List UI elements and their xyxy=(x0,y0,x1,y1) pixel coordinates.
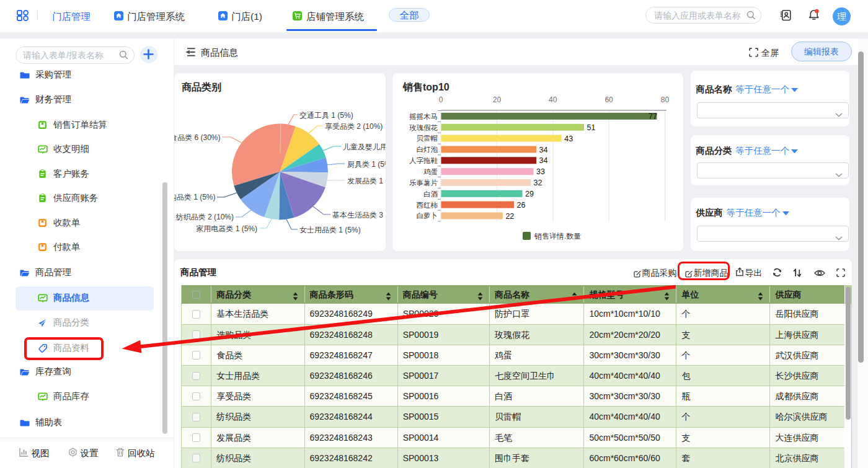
svg-text:女士用品类 1 (5%): 女士用品类 1 (5%) xyxy=(299,226,361,234)
svg-text:乐事薯片: 乐事薯片 xyxy=(409,179,438,187)
svg-text:购品类 1 (5%): 购品类 1 (5%) xyxy=(174,193,216,201)
svg-text:白酒: 白酒 xyxy=(423,190,438,198)
svg-text:发展品类 1 (5%): 发展品类 1 (5%) xyxy=(347,177,386,185)
svg-text:儿童及婴儿用品类 1: 儿童及婴儿用品类 1 xyxy=(343,143,386,151)
svg-text:32: 32 xyxy=(534,179,542,187)
svg-text:鸡蛋: 鸡蛋 xyxy=(423,168,438,175)
svg-text:玫瑰假花: 玫瑰假花 xyxy=(409,124,438,131)
svg-text:家用电器类 1 (5%): 家用电器类 1 (5%) xyxy=(196,224,257,233)
svg-text:40: 40 xyxy=(549,95,557,104)
svg-text:26: 26 xyxy=(517,201,526,210)
svg-text:白萝卜: 白萝卜 xyxy=(417,212,438,219)
svg-text:51: 51 xyxy=(587,123,596,132)
svg-text:享受品类 2 (10%): 享受品类 2 (10%) xyxy=(325,122,383,131)
svg-text:西红柿: 西红柿 xyxy=(417,201,438,209)
svg-text:交通工具 1 (5%): 交通工具 1 (5%) xyxy=(299,111,353,120)
svg-text:人字拖鞋: 人字拖鞋 xyxy=(409,157,438,164)
svg-text:厨具类 1 (5%): 厨具类 1 (5%) xyxy=(347,160,386,169)
svg-text:贝雷帽: 贝雷帽 xyxy=(417,135,438,142)
svg-text:34: 34 xyxy=(539,146,548,154)
svg-text:29: 29 xyxy=(525,190,534,198)
svg-text:摇摇木马: 摇摇木马 xyxy=(409,113,438,120)
svg-text:77: 77 xyxy=(649,112,657,121)
svg-text:基本生活品类 3 (15%): 基本生活品类 3 (15%) xyxy=(332,211,386,219)
svg-text:34: 34 xyxy=(539,156,548,165)
svg-text:22: 22 xyxy=(505,212,514,221)
svg-text:食品类 6 (30%): 食品类 6 (30%) xyxy=(174,133,221,142)
svg-text:43: 43 xyxy=(564,135,573,143)
svg-text:33: 33 xyxy=(536,167,545,176)
svg-text:80: 80 xyxy=(661,95,670,104)
svg-text:销售详情.数量: 销售详情.数量 xyxy=(534,232,581,241)
svg-text:纺织品类 2 (10%): 纺织品类 2 (10%) xyxy=(175,213,234,221)
svg-text:白灯泡: 白灯泡 xyxy=(417,146,438,153)
svg-text:0: 0 xyxy=(439,95,443,104)
svg-text:60: 60 xyxy=(604,95,613,104)
svg-text:20: 20 xyxy=(493,95,502,104)
